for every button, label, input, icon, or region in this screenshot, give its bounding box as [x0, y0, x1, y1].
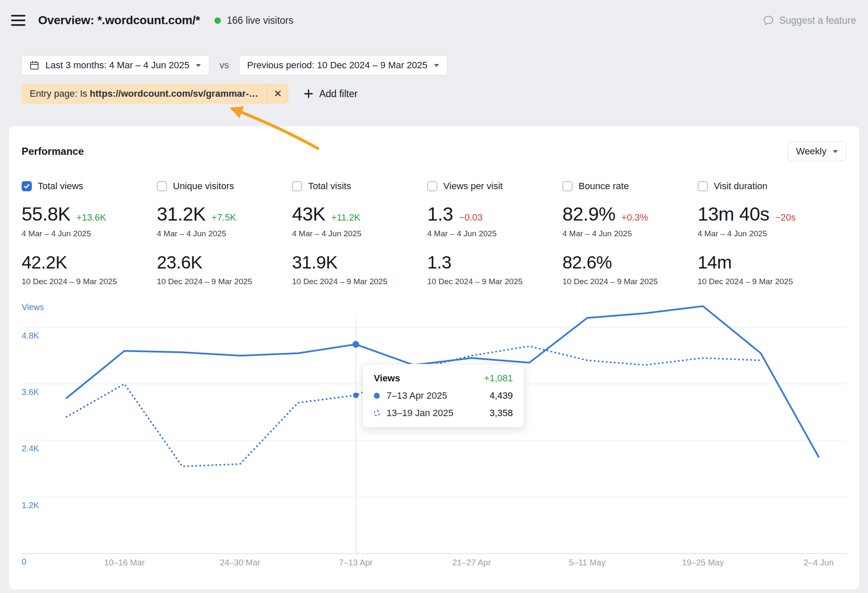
metric-period: 4 Mar – 4 Jun 2025	[157, 229, 292, 238]
metric-delta: −0.03	[459, 212, 483, 223]
metric-views-per-visit: Views per visit 1.3 −0.03 4 Mar – 4 Jun …	[427, 181, 562, 286]
metric-prev-period: 10 Dec 2024 – 9 Mar 2025	[292, 277, 427, 286]
metric-value: 55.8K	[22, 204, 70, 224]
close-icon: ✕	[274, 88, 282, 100]
filter-bar: Last 3 months: 4 Mar – 4 Jun 2025 vs Pre…	[0, 55, 868, 104]
svg-text:24–30 Mar: 24–30 Mar	[220, 558, 261, 567]
metric-value: 13m 40s	[698, 204, 769, 224]
suggest-feature-button[interactable]: Suggest a feature	[763, 15, 856, 26]
svg-text:19–25 May: 19–25 May	[682, 558, 724, 567]
performance-card: Performance Weekly Total views 55.8K +13…	[9, 126, 859, 590]
chevron-down-icon	[434, 64, 440, 67]
metric-value: 43K	[292, 204, 326, 224]
svg-text:2.4K: 2.4K	[22, 444, 39, 453]
compare-period-dropdown[interactable]: Previous period: 10 Dec 2024 – 9 Mar 202…	[239, 55, 448, 76]
metric-period: 4 Mar – 4 Jun 2025	[562, 229, 698, 238]
granularity-dropdown[interactable]: Weekly	[788, 142, 846, 161]
metric-value: 1.3	[427, 204, 453, 224]
metric-period: 4 Mar – 4 Jun 2025	[292, 229, 427, 238]
tooltip-previous-value: 3,358	[490, 408, 513, 419]
previous-period-marker-icon	[374, 410, 380, 416]
svg-text:1.2K: 1.2K	[22, 501, 39, 510]
metric-toggle-unique-visitors[interactable]: Unique visitors	[157, 181, 292, 192]
metric-delta: +0.3%	[621, 212, 648, 223]
entry-page-filter-chip[interactable]: Entry page: Is https://wordcount.com/sv/…	[21, 84, 289, 104]
top-bar: Overview: *.wordcount.com/* 166 live vis…	[0, 0, 868, 41]
svg-text:3.6K: 3.6K	[22, 387, 39, 397]
tooltip-current-label: 7–13 Apr 2025	[387, 390, 447, 401]
metric-toggle-bounce-rate[interactable]: Bounce rate	[562, 181, 698, 192]
metric-prev-period: 10 Dec 2024 – 9 Mar 2025	[562, 277, 698, 286]
add-filter-label: Add filter	[319, 88, 358, 100]
checkbox-unchecked-icon[interactable]	[157, 181, 167, 191]
metric-prev-value: 1.3	[427, 254, 562, 271]
date-range-label: Last 3 months: 4 Mar – 4 Jun 2025	[45, 60, 189, 71]
tooltip-current-value: 4,439	[490, 390, 513, 401]
entry-page-filter-value: https://wordcount.com/sv/grammar-…	[90, 88, 258, 99]
metric-visit-duration: Visit duration 13m 40s −20s 4 Mar – 4 Ju…	[698, 181, 846, 286]
metric-total-visits: Total visits 43K +11.2K 4 Mar – 4 Jun 20…	[292, 181, 427, 286]
svg-text:21–27 Apr: 21–27 Apr	[452, 558, 491, 567]
metric-period: 4 Mar – 4 Jun 2025	[22, 229, 157, 238]
metric-unique-visitors: Unique visitors 31.2K +7.5K 4 Mar – 4 Ju…	[157, 181, 292, 286]
remove-filter-button[interactable]: ✕	[267, 84, 289, 104]
performance-title: Performance	[22, 145, 84, 157]
metric-toggle-views-per-visit[interactable]: Views per visit	[427, 181, 562, 192]
metric-prev-period: 10 Dec 2024 – 9 Mar 2025	[22, 277, 157, 286]
metric-label: Views per visit	[443, 181, 503, 192]
metric-label: Visit duration	[714, 181, 768, 192]
page-title: Overview: *.wordcount.com/*	[38, 14, 200, 27]
svg-text:5–11 May: 5–11 May	[569, 558, 605, 567]
granularity-label: Weekly	[796, 146, 826, 157]
live-visitors: 166 live visitors	[214, 15, 293, 26]
svg-text:2–4 Jun: 2–4 Jun	[804, 558, 834, 567]
metric-delta: −20s	[775, 212, 796, 223]
metric-prev-value: 23.6K	[157, 254, 292, 271]
metric-toggle-total-views[interactable]: Total views	[22, 181, 157, 192]
metric-prev-value: 14m	[698, 254, 846, 271]
metric-label: Unique visitors	[173, 181, 234, 192]
plus-icon	[304, 89, 313, 98]
tooltip-delta: +1,081	[484, 373, 513, 384]
chart-tooltip: Views +1,081 7–13 Apr 2025 4,439 13–19 J…	[362, 364, 524, 428]
svg-text:4.8K: 4.8K	[22, 331, 39, 340]
vs-label: vs	[220, 60, 229, 71]
live-visitors-label: 166 live visitors	[227, 15, 293, 26]
metric-value: 82.9%	[562, 204, 615, 224]
metric-delta: +7.5K	[211, 212, 236, 223]
add-filter-button[interactable]: Add filter	[304, 88, 358, 100]
metric-label: Total views	[38, 181, 83, 192]
metric-period: 4 Mar – 4 Jun 2025	[698, 229, 846, 238]
svg-text:0: 0	[22, 557, 26, 566]
checkbox-unchecked-icon[interactable]	[562, 181, 573, 191]
checkbox-unchecked-icon[interactable]	[698, 181, 708, 191]
metric-delta: +11.2K	[331, 212, 361, 223]
tooltip-title: Views	[374, 373, 400, 384]
live-dot-icon	[214, 17, 221, 24]
views-line-chart[interactable]: 01.2K2.4K3.6K4.8K10–16 Mar24–30 Mar7–13 …	[22, 299, 846, 573]
chevron-down-icon	[195, 64, 201, 67]
checkbox-unchecked-icon[interactable]	[427, 181, 437, 191]
metric-value: 31.2K	[157, 204, 206, 224]
date-range-dropdown[interactable]: Last 3 months: 4 Mar – 4 Jun 2025	[21, 55, 209, 76]
svg-text:7–13 Apr: 7–13 Apr	[339, 558, 373, 567]
metric-period: 4 Mar – 4 Jun 2025	[427, 229, 562, 238]
metric-prev-value: 31.9K	[292, 254, 427, 271]
hamburger-menu-icon[interactable]	[11, 15, 25, 26]
speech-bubble-icon	[763, 15, 774, 26]
metric-toggle-total-visits[interactable]: Total visits	[292, 181, 427, 192]
entry-page-filter-label: Entry page: Is https://wordcount.com/sv/…	[21, 88, 267, 99]
svg-text:10–16 Mar: 10–16 Mar	[104, 558, 145, 567]
metric-label: Bounce rate	[579, 181, 629, 192]
checkbox-checked-icon[interactable]	[22, 181, 32, 191]
metric-toggle-visit-duration[interactable]: Visit duration	[698, 181, 846, 192]
metric-prev-value: 82.6%	[562, 254, 698, 271]
compare-period-label: Previous period: 10 Dec 2024 – 9 Mar 202…	[247, 60, 428, 71]
checkbox-unchecked-icon[interactable]	[292, 181, 302, 191]
current-period-marker-icon	[374, 393, 380, 399]
views-chart[interactable]: Views 01.2K2.4K3.6K4.8K10–16 Mar24–30 Ma…	[22, 299, 846, 573]
metric-bounce-rate: Bounce rate 82.9% +0.3% 4 Mar – 4 Jun 20…	[562, 181, 698, 286]
metric-prev-value: 42.2K	[22, 254, 157, 271]
calendar-icon	[29, 60, 39, 70]
tooltip-previous-label: 13–19 Jan 2025	[387, 408, 453, 419]
